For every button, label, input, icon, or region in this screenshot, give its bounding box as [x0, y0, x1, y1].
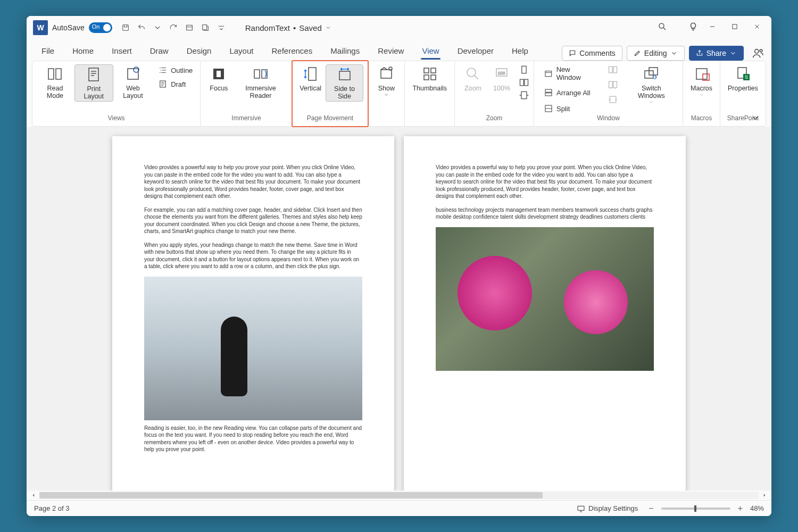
side-to-side-icon [336, 66, 353, 83]
autosave-state: On [92, 23, 100, 30]
ribbon: Read Mode Print Layout Web Layout Outlin… [32, 61, 766, 127]
svg-rect-4 [733, 24, 737, 29]
group-thumbnails: Thumbnails [405, 61, 455, 126]
svg-rect-8 [128, 69, 138, 79]
ribbon-tabs: File Home Insert Draw Design Layout Refe… [27, 39, 771, 61]
page-indicator[interactable]: Page 2 of 3 [34, 504, 70, 512]
tab-view[interactable]: View [414, 42, 446, 61]
page-2[interactable]: Video provides a powerful way to help yo… [404, 136, 686, 491]
page2-image-flowers[interactable] [436, 227, 654, 371]
new-window-button[interactable]: New Window [541, 64, 599, 82]
scroll-thumb[interactable] [39, 492, 543, 498]
tab-home[interactable]: Home [65, 42, 101, 61]
svg-rect-20 [431, 75, 436, 80]
ribbon-collapse-icon[interactable] [751, 113, 760, 123]
one-page-icon [519, 64, 529, 75]
redo-icon[interactable] [167, 21, 180, 35]
split-button[interactable]: Split [541, 103, 599, 114]
thumbnails-button[interactable]: Thumbnails [409, 64, 450, 93]
vertical-button[interactable]: Vertical [297, 64, 325, 93]
tab-developer[interactable]: Developer [450, 42, 501, 61]
macros-button[interactable]: Macros [687, 64, 716, 98]
svg-rect-0 [122, 25, 128, 31]
status-bar: Page 2 of 3 Display Settings − + 48% [27, 500, 771, 516]
app-window: W AutoSave On RandomText • Saved File H [27, 16, 771, 516]
switch-windows-button[interactable]: Switch Windows [625, 64, 678, 106]
svg-text:100: 100 [498, 71, 505, 76]
autosave-label: AutoSave [52, 23, 85, 32]
svg-rect-19 [424, 75, 429, 80]
p2-para2: business technology projects management … [436, 206, 654, 221]
page1-image-office[interactable] [144, 277, 362, 420]
account-icon[interactable] [752, 47, 764, 59]
web-layout-button[interactable]: Web Layout [114, 64, 152, 101]
autosave-toggle[interactable]: On [89, 22, 112, 33]
qat-customize-icon[interactable] [214, 21, 228, 35]
zoom-slider[interactable] [661, 508, 730, 510]
editing-button[interactable]: Editing [627, 46, 685, 61]
p1-para4: Reading is easier, too, in the new Readi… [144, 425, 362, 453]
svg-text:S: S [745, 74, 748, 80]
tab-references[interactable]: References [264, 42, 320, 61]
side-to-side-button[interactable]: Side to Side [326, 64, 364, 102]
vertical-icon [302, 65, 319, 82]
save-icon[interactable] [119, 21, 132, 35]
tab-insert[interactable]: Insert [104, 42, 139, 61]
comments-button[interactable]: Comments [562, 46, 622, 61]
word-app-icon: W [33, 20, 48, 35]
print-layout-button[interactable]: Print Layout [74, 64, 113, 102]
minimize-icon[interactable] [709, 23, 716, 32]
svg-rect-15 [381, 70, 392, 78]
lightbulb-icon[interactable] [688, 22, 698, 34]
tab-help[interactable]: Help [504, 42, 536, 61]
tab-layout[interactable]: Layout [222, 42, 261, 61]
arrange-all-button[interactable]: Arrange All [541, 87, 599, 98]
qat-button-1[interactable] [182, 21, 196, 35]
display-settings-button[interactable]: Display Settings [577, 504, 638, 513]
zoom-out-icon[interactable]: − [646, 504, 655, 513]
undo-dropdown-icon[interactable] [151, 21, 164, 35]
tab-review[interactable]: Review [370, 42, 411, 61]
properties-button[interactable]: SProperties [725, 64, 761, 93]
group-label-page-movement: Page Movement [293, 114, 368, 126]
tab-design[interactable]: Design [179, 42, 219, 61]
outline-icon [158, 65, 168, 75]
read-mode-button[interactable]: Read Mode [37, 64, 73, 101]
scroll-left-icon[interactable] [31, 491, 36, 500]
zoom-in-icon[interactable]: + [736, 504, 745, 513]
document-title[interactable]: RandomText • Saved [245, 23, 331, 32]
immersive-reader-button[interactable]: Immersive Reader [234, 64, 287, 101]
show-icon [378, 65, 395, 82]
svg-rect-36 [610, 96, 616, 103]
switch-windows-icon [643, 65, 660, 82]
show-button[interactable]: Show [372, 64, 400, 98]
svg-rect-30 [545, 93, 552, 96]
search-icon[interactable] [658, 22, 667, 34]
tab-mailings[interactable]: Mailings [323, 42, 367, 61]
scroll-right-icon[interactable] [762, 491, 767, 500]
draft-button[interactable]: Draft [155, 78, 196, 90]
horizontal-scrollbar[interactable] [27, 491, 771, 500]
svg-rect-14 [339, 71, 350, 80]
tab-draw[interactable]: Draw [143, 42, 176, 61]
scroll-track[interactable] [39, 492, 759, 499]
document-area[interactable]: Video provides a powerful way to help yo… [27, 127, 771, 491]
zoom-percent[interactable]: 48% [750, 504, 764, 512]
focus-button[interactable]: Focus [205, 64, 232, 93]
maximize-icon[interactable] [731, 23, 738, 32]
group-label-views: Views [32, 114, 200, 126]
close-icon[interactable] [753, 23, 761, 32]
undo-icon[interactable] [135, 21, 148, 35]
page-width-icon [519, 90, 529, 101]
view-side-by-side-icon [608, 64, 618, 75]
group-label-immersive: Immersive [201, 114, 292, 126]
page-1[interactable]: Video provides a powerful way to help yo… [112, 136, 394, 491]
svg-rect-17 [424, 68, 429, 73]
qat-button-2[interactable] [198, 21, 212, 35]
title-bar: W AutoSave On RandomText • Saved [27, 16, 771, 39]
outline-button[interactable]: Outline [155, 64, 196, 76]
tab-file[interactable]: File [34, 42, 62, 61]
share-button[interactable]: Share [689, 46, 744, 61]
zoom-100-button: 100100% [488, 64, 516, 93]
read-mode-icon [46, 65, 63, 82]
